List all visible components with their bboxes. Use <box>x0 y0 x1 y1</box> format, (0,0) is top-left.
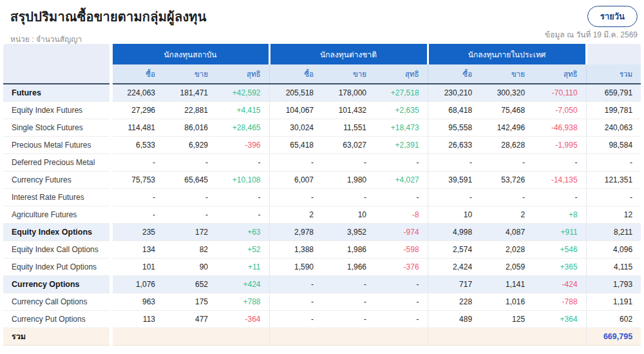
cell-value: 178,000 <box>322 84 375 101</box>
cell-value: 11,551 <box>322 119 375 136</box>
cell-value: - <box>428 153 480 171</box>
col-header-sell: ขาย <box>164 64 216 84</box>
cell-total: 669,795 <box>586 328 641 345</box>
cell-value <box>216 328 269 345</box>
cell-value: - <box>269 188 322 206</box>
cell-value: - <box>480 188 533 206</box>
cell-value: 82 <box>164 241 216 258</box>
cell-value: 1,076 <box>111 275 164 293</box>
cell-value: 1,141 <box>480 275 533 293</box>
cell-value: -424 <box>533 275 586 293</box>
cell-value: 2,059 <box>480 258 533 275</box>
col-header-sell: ขาย <box>480 64 533 84</box>
cell-value: 2,028 <box>480 241 533 258</box>
cell-total: 199,781 <box>586 101 641 119</box>
cell-value: +546 <box>533 241 586 258</box>
cell-value: +18,473 <box>375 119 428 136</box>
cell-value: 63,027 <box>322 136 375 153</box>
cell-value: 1,590 <box>269 258 322 275</box>
cell-value: 1,016 <box>480 293 533 310</box>
cell-value: - <box>269 275 322 293</box>
col-header-buy: ซื้อ <box>269 64 322 84</box>
row-label: Futures <box>3 84 111 101</box>
cell-value: 489 <box>428 310 480 328</box>
cell-total: 4,115 <box>586 258 641 275</box>
cell-value: 75,468 <box>480 101 533 119</box>
cell-value: 224,063 <box>111 84 164 101</box>
cell-total: 240,063 <box>586 119 641 136</box>
table-row: Currency Futures75,75365,645+10,1086,007… <box>3 171 641 188</box>
cell-value: -364 <box>216 310 269 328</box>
cell-value <box>322 328 375 345</box>
cell-value: +4,415 <box>216 101 269 119</box>
cell-value: +365 <box>533 258 586 275</box>
cell-value: 10 <box>428 206 480 223</box>
cell-value <box>269 328 322 345</box>
cell-value: 4,998 <box>428 223 480 241</box>
cell-value: 652 <box>164 275 216 293</box>
cell-total: 98,584 <box>586 136 641 153</box>
cell-value: 30,024 <box>269 119 322 136</box>
cell-value: +2,635 <box>375 101 428 119</box>
cell-total: - <box>586 153 641 171</box>
cell-value: 113 <box>111 310 164 328</box>
table-row: Single Stock Futures114,48186,016+28,465… <box>3 119 641 136</box>
cell-value: 2,574 <box>428 241 480 258</box>
cell-value: 65,418 <box>269 136 322 153</box>
col-header-net: สุทธิ <box>375 64 428 84</box>
cell-value <box>375 328 428 345</box>
cell-value: - <box>111 188 164 206</box>
col-header-total: รวม <box>586 64 641 84</box>
cell-value: +8 <box>533 206 586 223</box>
cell-value: 134 <box>111 241 164 258</box>
cell-value: 53,726 <box>480 171 533 188</box>
cell-value: 28,628 <box>480 136 533 153</box>
row-label: Currency Options <box>3 275 111 293</box>
row-label: Currency Call Options <box>3 293 111 310</box>
cell-value: 104,067 <box>269 101 322 119</box>
cell-value: - <box>375 188 428 206</box>
cell-value: - <box>111 153 164 171</box>
table-body: Futures224,063181,471+42,592205,518178,0… <box>3 84 641 345</box>
cell-total: 659,791 <box>586 84 641 101</box>
table-row: Interest Rate Futures---------- <box>3 188 641 206</box>
header-bar: สรุปปริมาณซื้อขายตามกลุ่มผู้ลงทุน หน่วย … <box>0 0 644 43</box>
cell-value: 101,432 <box>322 101 375 119</box>
col-header-net: สุทธิ <box>533 64 586 84</box>
cell-value: 205,518 <box>269 84 322 101</box>
row-label: รวม <box>3 328 111 345</box>
total-row: รวม669,795 <box>3 328 641 345</box>
cell-total: - <box>586 188 641 206</box>
table-row: Equity Index Put Options10190+111,5901,9… <box>3 258 641 275</box>
col-header-buy: ซื้อ <box>428 64 480 84</box>
cell-value: - <box>322 275 375 293</box>
cell-value: - <box>375 310 428 328</box>
cell-value: +911 <box>533 223 586 241</box>
cell-value: 6,007 <box>269 171 322 188</box>
row-label: Precious Metal Futures <box>3 136 111 153</box>
cell-value: - <box>164 188 216 206</box>
cell-value: - <box>322 310 375 328</box>
cell-value: 75,753 <box>111 171 164 188</box>
group-header-row: นักลงทุนสถาบัน นักลงทุนต่างชาติ นักลงทุน… <box>3 44 641 64</box>
cell-value: 2,978 <box>269 223 322 241</box>
cell-total: 8,211 <box>586 223 641 241</box>
cell-value: -788 <box>533 293 586 310</box>
cell-value: +788 <box>216 293 269 310</box>
cell-value: - <box>111 206 164 223</box>
cell-total: 602 <box>586 310 641 328</box>
daily-period-button[interactable]: รายวัน <box>587 6 638 27</box>
cell-value: -396 <box>216 136 269 153</box>
cell-value: 142,496 <box>480 119 533 136</box>
cell-value: - <box>269 153 322 171</box>
cell-value: +4,027 <box>375 171 428 188</box>
cell-value: 717 <box>428 275 480 293</box>
table-row: Equity Index Options235172+632,9783,952-… <box>3 223 641 241</box>
cell-value: - <box>322 188 375 206</box>
row-label: Equity Index Options <box>3 223 111 241</box>
page-title: สรุปปริมาณซื้อขายตามกลุ่มผู้ลงทุน <box>10 6 635 27</box>
cell-value: 65,645 <box>164 171 216 188</box>
cell-value: 1,966 <box>322 258 375 275</box>
cell-value: 125 <box>480 310 533 328</box>
cell-value: 86,016 <box>164 119 216 136</box>
